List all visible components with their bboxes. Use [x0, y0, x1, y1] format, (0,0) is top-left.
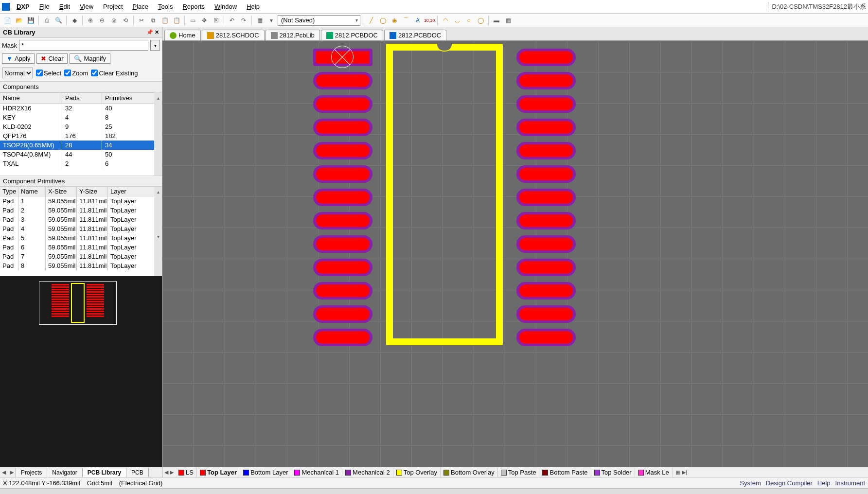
- pad[interactable]: [313, 259, 372, 276]
- layer-tab[interactable]: Bottom Overlay: [441, 468, 498, 477]
- open-icon[interactable]: 📂: [14, 15, 24, 26]
- snap-combo[interactable]: (Not Saved): [278, 15, 360, 26]
- menu-project[interactable]: Project: [98, 2, 127, 11]
- menu-view[interactable]: View: [75, 2, 98, 11]
- paste-icon[interactable]: 📋: [159, 15, 170, 26]
- layer-ls-tab[interactable]: LS: [176, 468, 197, 477]
- grid-icon[interactable]: ▦: [254, 15, 265, 26]
- layer-end-arrow-icon[interactable]: ▦ ▶|: [673, 468, 689, 476]
- primitives-scrollbar[interactable]: ▴: [154, 187, 162, 196]
- panel-tab[interactable]: Projects: [16, 468, 47, 477]
- primitive-row[interactable]: Pad559.055mil11.811milTopLayer: [0, 233, 162, 243]
- component-row[interactable]: HDR2X163240: [0, 104, 162, 113]
- deselect-icon[interactable]: ☒: [211, 15, 221, 26]
- primitive-row[interactable]: Pad759.055mil11.811milTopLayer: [0, 252, 162, 261]
- zoom-reset-icon[interactable]: ⟲: [120, 15, 131, 26]
- pad[interactable]: [313, 72, 372, 89]
- pad[interactable]: [313, 282, 372, 300]
- rect-fill-icon[interactable]: ▬: [491, 15, 502, 26]
- pad[interactable]: [516, 119, 576, 136]
- components-scrollbar[interactable]: ▴: [154, 92, 162, 104]
- document-tab[interactable]: Home: [164, 30, 201, 40]
- pad[interactable]: [516, 329, 576, 346]
- redo-icon[interactable]: ↷: [238, 15, 249, 26]
- full-circle-icon[interactable]: ○: [463, 15, 474, 26]
- component-row[interactable]: TSOP44(0.8MM)4450: [0, 150, 162, 159]
- pad[interactable]: [516, 282, 576, 300]
- components-grid[interactable]: HDR2X163240KEY48KLD-0202925QFP176176182T…: [0, 104, 162, 176]
- primitive-row[interactable]: Pad859.055mil11.811milTopLayer: [0, 261, 162, 270]
- place-arc-icon[interactable]: ⌒: [401, 15, 411, 26]
- component-row[interactable]: KLD-0202925: [0, 122, 162, 131]
- place-dim-icon[interactable]: 10,10: [424, 15, 435, 26]
- copy-icon[interactable]: ⧉: [148, 15, 159, 26]
- layer-tab[interactable]: Mask Le: [635, 468, 673, 477]
- primitives-grid[interactable]: ▾ Pad159.055mil11.811milTopLayerPad259.0…: [0, 196, 162, 276]
- place-text-icon[interactable]: A: [412, 15, 423, 26]
- primitive-row[interactable]: Pad359.055mil11.811milTopLayer: [0, 215, 162, 224]
- menu-dxp[interactable]: DDXPXP: [12, 2, 35, 11]
- pad[interactable]: [516, 212, 576, 229]
- document-tab[interactable]: 2812.SCHDOC: [202, 30, 265, 40]
- component-row[interactable]: TSOP28(0.65MM)2834: [0, 141, 162, 150]
- status-link-help[interactable]: Help: [817, 479, 831, 487]
- pad[interactable]: [516, 235, 576, 253]
- document-tab[interactable]: 2812.PcbLib: [266, 30, 320, 40]
- cut-icon[interactable]: ✂: [136, 15, 147, 26]
- pad[interactable]: [313, 305, 372, 323]
- paste-special-icon[interactable]: 📋: [171, 15, 182, 26]
- layer-tab[interactable]: Mechanical 1: [291, 468, 342, 477]
- arc-edge-icon[interactable]: ◡: [452, 15, 462, 26]
- components-scrollbar-body[interactable]: [154, 104, 162, 176]
- pad[interactable]: [516, 305, 576, 323]
- primitive-row[interactable]: Pad259.055mil11.811milTopLayer: [0, 206, 162, 215]
- layers-icon[interactable]: ◆: [69, 15, 80, 26]
- layer-tab[interactable]: Bottom Layer: [240, 468, 291, 477]
- component-row[interactable]: QFP176176182: [0, 131, 162, 141]
- primitives-header[interactable]: Type Name X-Size Y-Size Layer: [0, 187, 162, 196]
- panel-tab[interactable]: Navigator: [47, 468, 82, 477]
- status-link-system[interactable]: System: [740, 479, 761, 487]
- mask-input[interactable]: [19, 40, 148, 51]
- layer-tab[interactable]: Top Overlay: [393, 468, 441, 477]
- file-path[interactable]: D:\02-CSDN\TMS32F2812最小系: [768, 2, 866, 11]
- pad[interactable]: [313, 189, 372, 206]
- clear-existing-checkbox[interactable]: Clear Existing: [91, 70, 138, 77]
- pad[interactable]: [313, 119, 372, 136]
- menu-tools[interactable]: Tools: [153, 2, 177, 11]
- menu-file[interactable]: File: [35, 2, 54, 11]
- pad[interactable]: [313, 142, 372, 159]
- layer-tab[interactable]: Top Layer: [197, 468, 240, 477]
- pin-icon[interactable]: 📌 ✕: [146, 29, 159, 35]
- grid-drop-icon[interactable]: ▾: [266, 15, 277, 26]
- component-row[interactable]: KEY48: [0, 113, 162, 122]
- pad[interactable]: [516, 165, 576, 183]
- tabs-left-arrow-icon[interactable]: ◀: [0, 469, 8, 476]
- select-rect-icon[interactable]: ▭: [187, 15, 198, 26]
- document-tab[interactable]: 2812.PCBDOC: [384, 30, 446, 40]
- place-line-icon[interactable]: ╱: [366, 15, 376, 26]
- preview-icon[interactable]: 🔍: [53, 15, 64, 26]
- zoom-area-icon[interactable]: ⊖: [97, 15, 107, 26]
- layer-tab[interactable]: Top Paste: [498, 468, 540, 477]
- status-link-instrument[interactable]: Instrument: [835, 479, 865, 487]
- pcb-canvas[interactable]: [162, 41, 868, 467]
- pad[interactable]: [313, 165, 372, 183]
- layer-tab[interactable]: Top Solder: [591, 468, 635, 477]
- panel-tab[interactable]: PCB: [126, 468, 149, 477]
- array-icon[interactable]: ▦: [503, 15, 514, 26]
- menu-reports[interactable]: Reports: [177, 2, 210, 11]
- pad[interactable]: [516, 259, 576, 276]
- place-pad-icon[interactable]: ◯: [377, 15, 388, 26]
- component-preview[interactable]: [0, 276, 162, 467]
- print-icon[interactable]: ⎙: [41, 15, 52, 26]
- place-via-icon[interactable]: ◉: [389, 15, 400, 26]
- primitive-row[interactable]: Pad159.055mil11.811milTopLayer: [0, 196, 162, 206]
- move-icon[interactable]: ✥: [199, 15, 210, 26]
- layer-ls-arrow-icon[interactable]: ◀ ▶: [162, 468, 176, 476]
- undo-icon[interactable]: ↶: [227, 15, 237, 26]
- pad[interactable]: [516, 95, 576, 113]
- document-tab[interactable]: 2812.PCBDOC: [321, 30, 383, 40]
- pad[interactable]: [313, 235, 372, 253]
- zoom-fit-icon[interactable]: ⊕: [85, 15, 96, 26]
